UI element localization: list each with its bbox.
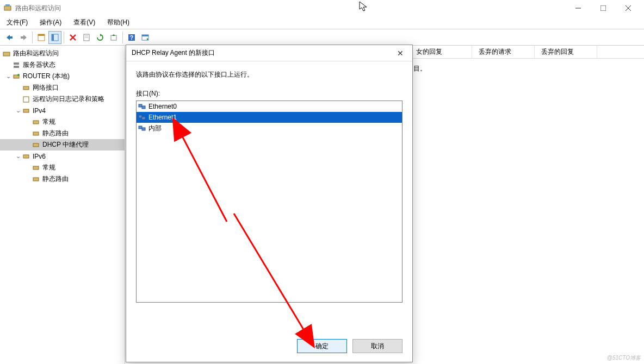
chevron-down-icon[interactable]: ⌄ — [14, 107, 22, 114]
cancel-button[interactable]: 取消 — [352, 339, 403, 353]
interface-list[interactable]: Ethernet0 Ethernet1 内部 — [136, 101, 403, 303]
tree-label: 常规 — [42, 117, 55, 127]
window-title: 路由和远程访问 — [15, 4, 61, 13]
cursor-icon — [359, 1, 369, 12]
minimize-button[interactable] — [566, 0, 591, 16]
dialog-close-button[interactable]: ✕ — [394, 49, 407, 58]
svg-rect-28 — [14, 62, 19, 65]
export-button[interactable] — [107, 31, 120, 44]
interface-name: Ethernet1 — [148, 114, 177, 121]
properties-button[interactable] — [80, 31, 93, 44]
ipv6-icon — [22, 152, 30, 161]
hint-text: 目。 — [409, 59, 644, 79]
ipv4-icon — [22, 106, 30, 115]
tree-label: 服务器状态 — [23, 60, 55, 70]
svg-rect-3 — [600, 5, 606, 11]
tree-ipv6[interactable]: ⌄ IPv6 — [0, 150, 125, 162]
svg-rect-44 — [142, 117, 145, 120]
menu-file[interactable]: 文件(F) — [5, 17, 29, 28]
svg-rect-39 — [33, 166, 39, 170]
adapter-icon — [138, 124, 146, 133]
tree-ipv6-general[interactable]: 常规 — [0, 162, 125, 173]
window-button[interactable] — [139, 31, 152, 44]
close-button[interactable] — [616, 0, 641, 16]
col-reply[interactable]: 女的回复 — [410, 46, 472, 58]
maximize-button[interactable] — [591, 0, 616, 16]
svg-text:?: ? — [130, 35, 133, 41]
tree-ipv4-general[interactable]: 常规 — [0, 116, 125, 128]
tree-label: 路由和远程访问 — [13, 49, 59, 58]
col-drop-req[interactable]: 丢弃的请求 — [472, 46, 535, 58]
nav-back-button[interactable] — [3, 31, 16, 44]
menu-action[interactable]: 操作(A) — [39, 17, 63, 28]
delete-button[interactable] — [66, 31, 79, 44]
svg-rect-46 — [142, 128, 145, 130]
tree-router[interactable]: ⌄ ROUTER (本地) — [0, 71, 125, 82]
interface-item-internal[interactable]: 内部 — [137, 123, 402, 134]
general-icon — [32, 164, 40, 172]
show-hide-button[interactable] — [35, 31, 48, 44]
svg-rect-32 — [23, 86, 29, 90]
log-icon — [22, 95, 30, 104]
chevron-down-icon[interactable]: ⌄ — [4, 73, 12, 80]
dhcp-icon — [32, 141, 40, 149]
svg-rect-13 — [52, 34, 54, 41]
col-drop-reply[interactable]: 丢弃的回复 — [535, 46, 597, 58]
tree-ipv4-static[interactable]: 静态路由 — [0, 128, 125, 139]
dialog-title: DHCP Relay Agent 的新接口 — [132, 48, 215, 58]
toolbar: ? — [0, 29, 644, 46]
tree-label: 静态路由 — [42, 129, 69, 138]
svg-rect-34 — [23, 109, 29, 112]
chevron-down-icon[interactable]: ⌄ — [14, 153, 22, 160]
workspace: 路由和远程访问 服务器状态 ⌄ ROUTER (本地) 网络接口 远程访问日志记… — [0, 46, 644, 364]
tree-label: 常规 — [42, 163, 55, 172]
tree-ipv4-dhcp[interactable]: DHCP 中继代理 — [0, 139, 125, 150]
help-button[interactable]: ? — [125, 31, 138, 44]
dialog-titlebar[interactable]: DHCP Relay Agent 的新接口 ✕ — [126, 45, 412, 61]
svg-rect-43 — [139, 115, 142, 118]
interface-icon — [22, 84, 30, 92]
svg-rect-11 — [38, 34, 45, 36]
nav-tree[interactable]: 路由和远程访问 服务器状态 ⌄ ROUTER (本地) 网络接口 远程访问日志记… — [0, 46, 125, 364]
titlebar: 路由和远程访问 — [0, 0, 644, 16]
tree-net-if[interactable]: 网络接口 — [0, 82, 125, 93]
interface-name: Ethernet0 — [148, 103, 177, 110]
svg-rect-41 — [139, 104, 142, 107]
view-pane-button[interactable] — [48, 31, 61, 44]
menu-view[interactable]: 查看(V) — [72, 17, 96, 28]
tree-root[interactable]: 路由和远程访问 — [0, 48, 125, 59]
svg-rect-38 — [23, 155, 29, 158]
svg-marker-50 — [360, 2, 367, 11]
tree-remote-log[interactable]: 远程访问日志记录和策略 — [0, 93, 125, 105]
router-icon — [12, 72, 21, 81]
interface-name: 内部 — [148, 124, 162, 133]
svg-rect-0 — [4, 6, 11, 10]
svg-rect-1 — [5, 4, 10, 6]
interface-item-ethernet1[interactable]: Ethernet1 — [137, 112, 402, 123]
ok-button[interactable]: 确定 — [297, 339, 347, 353]
refresh-button[interactable] — [94, 31, 107, 44]
nav-forward-button[interactable] — [17, 31, 30, 44]
new-interface-dialog: DHCP Relay Agent 的新接口 ✕ 该路由协议在你选择的以下接口上运… — [126, 45, 413, 362]
tree-label: 静态路由 — [42, 174, 69, 184]
menu-help[interactable]: 帮助(H) — [106, 17, 131, 28]
status-icon — [12, 61, 21, 70]
tree-ipv6-static[interactable]: 静态路由 — [0, 173, 125, 185]
interface-item-ethernet0[interactable]: Ethernet0 — [137, 101, 402, 112]
tree-label: 网络接口 — [33, 83, 59, 92]
menubar: 文件(F) 操作(A) 查看(V) 帮助(H) — [0, 16, 644, 29]
tree-label: ROUTER (本地) — [23, 72, 70, 81]
app-icon — [3, 4, 12, 12]
watermark: @51CTO博客 — [607, 354, 641, 362]
tree-label: DHCP 中继代理 — [42, 140, 89, 149]
svg-rect-20 — [111, 35, 116, 40]
svg-rect-29 — [14, 66, 19, 68]
interface-label: 接口(N): — [136, 89, 403, 98]
dialog-description: 该路由协议在你选择的以下接口上运行。 — [136, 70, 403, 79]
static-icon — [32, 129, 40, 138]
general-icon — [32, 118, 40, 127]
tree-server-status[interactable]: 服务器状态 — [0, 59, 125, 71]
tree-ipv4[interactable]: ⌄ IPv4 — [0, 105, 125, 116]
svg-rect-33 — [23, 97, 29, 102]
svg-point-31 — [17, 74, 20, 76]
